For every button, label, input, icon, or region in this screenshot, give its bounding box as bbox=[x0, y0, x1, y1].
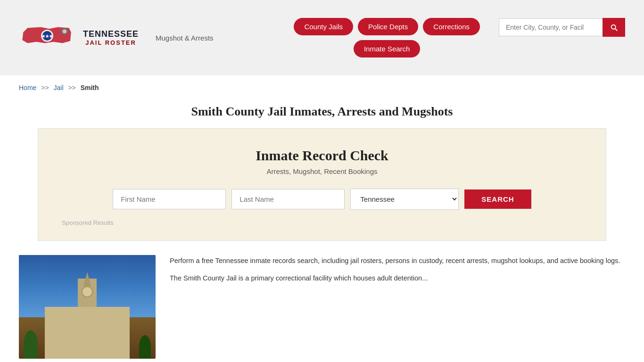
description-paragraph-2: The Smith County Jail is a primary corre… bbox=[170, 272, 625, 284]
building-spire bbox=[83, 272, 91, 286]
breadcrumb-current: Smith bbox=[81, 84, 99, 91]
county-jails-button[interactable]: County Jails bbox=[294, 18, 353, 35]
last-name-input[interactable] bbox=[231, 189, 345, 209]
breadcrumb-sep1: >> bbox=[41, 84, 49, 91]
inmate-search-button[interactable]: Inmate Search bbox=[354, 40, 421, 58]
header-search bbox=[499, 18, 625, 37]
site-header: ★★★ TENNESSEE JAIL ROSTER Mugshot & Arre… bbox=[0, 0, 644, 75]
description-paragraph-1: Perform a free Tennessee inmate records … bbox=[170, 255, 625, 267]
svg-point-4 bbox=[63, 30, 66, 33]
police-depts-button[interactable]: Police Depts bbox=[358, 18, 418, 35]
page-title: Smith County Jail Inmates, Arrests and M… bbox=[19, 105, 625, 119]
logo-title-sub: JAIL ROSTER bbox=[85, 39, 136, 46]
tennessee-logo: ★★★ bbox=[19, 19, 75, 57]
state-select[interactable]: Tennessee bbox=[350, 189, 459, 210]
location-search-button[interactable] bbox=[603, 18, 625, 37]
breadcrumb-jail[interactable]: Jail bbox=[54, 84, 64, 91]
building-image bbox=[19, 255, 156, 359]
clock-face bbox=[82, 286, 93, 297]
breadcrumb: Home >> Jail >> Smith bbox=[0, 75, 644, 100]
svg-text:★★★: ★★★ bbox=[41, 34, 53, 39]
inmate-search-submit[interactable]: SEARCH bbox=[464, 189, 531, 209]
sponsored-label: Sponsored Results bbox=[52, 219, 592, 226]
mugshot-label: Mugshot & Arrests bbox=[156, 34, 214, 42]
page-title-section: Smith County Jail Inmates, Arrests and M… bbox=[0, 100, 644, 128]
main-nav: County Jails Police Depts Corrections In… bbox=[294, 18, 480, 58]
record-check-box: Inmate Record Check Arrests, Mugshot, Re… bbox=[38, 128, 606, 241]
building-facade bbox=[45, 307, 130, 359]
corrections-button[interactable]: Corrections bbox=[423, 18, 480, 35]
bottom-content: Perform a free Tennessee inmate records … bbox=[0, 255, 644, 362]
record-check-heading: Inmate Record Check bbox=[52, 148, 592, 164]
bottom-description: Perform a free Tennessee inmate records … bbox=[170, 255, 625, 289]
inmate-search-form: Tennessee SEARCH bbox=[52, 189, 592, 210]
nav-row-bottom: Inmate Search bbox=[354, 40, 421, 58]
record-check-subtitle: Arrests, Mugshot, Recent Bookings bbox=[52, 167, 592, 175]
logo-title: TENNESSEE JAIL ROSTER bbox=[83, 29, 139, 47]
tree-left bbox=[24, 330, 38, 359]
tree-right bbox=[139, 335, 151, 359]
logo-title-main: TENNESSEE bbox=[83, 29, 139, 40]
first-name-input[interactable] bbox=[113, 189, 226, 209]
breadcrumb-sep2: >> bbox=[68, 84, 75, 91]
breadcrumb-home[interactable]: Home bbox=[19, 84, 36, 91]
nav-row-top: County Jails Police Depts Corrections bbox=[294, 18, 480, 35]
location-search-input[interactable] bbox=[499, 18, 603, 36]
logo-area: ★★★ TENNESSEE JAIL ROSTER Mugshot & Arre… bbox=[19, 19, 214, 57]
